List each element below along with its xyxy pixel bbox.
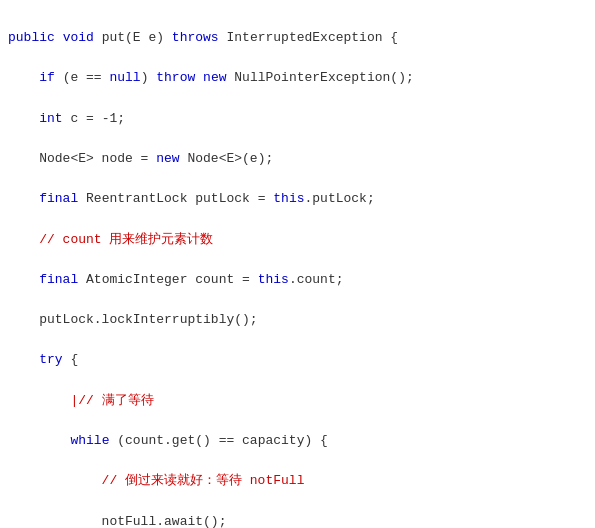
code-container: public void put(E e) throws InterruptedE…: [0, 4, 595, 528]
code-text: // count 用来维护元素计数: [8, 232, 213, 247]
code-text: final ReentrantLock putLock = this.putLo…: [8, 191, 375, 206]
line-1: public void put(E e) throws InterruptedE…: [8, 28, 587, 48]
line-10: |// 满了等待: [8, 391, 587, 411]
line-5: final ReentrantLock putLock = this.putLo…: [8, 189, 587, 209]
line-6: // count 用来维护元素计数: [8, 230, 587, 250]
line-2: if (e == null) throw new NullPointerExce…: [8, 68, 587, 88]
line-12: // 倒过来读就好：等待 notFull: [8, 471, 587, 491]
line-3: int c = -1;: [8, 109, 587, 129]
line-13: notFull.await();: [8, 512, 587, 528]
code-text: while (count.get() == capacity) {: [8, 433, 328, 448]
code-text: try {: [8, 352, 78, 367]
code-text: |// 满了等待: [8, 393, 154, 408]
line-11: while (count.get() == capacity) {: [8, 431, 587, 451]
line-8: putLock.lockInterruptibly();: [8, 310, 587, 330]
line-7: final AtomicInteger count = this.count;: [8, 270, 587, 290]
code-text: final AtomicInteger count = this.count;: [8, 272, 344, 287]
code-text: // 倒过来读就好：等待 notFull: [8, 473, 304, 488]
code-text: if (e == null) throw new NullPointerExce…: [8, 70, 414, 85]
line-9: try {: [8, 350, 587, 370]
code-text: notFull.await();: [8, 514, 226, 528]
line-4: Node<E> node = new Node<E>(e);: [8, 149, 587, 169]
code-text: putLock.lockInterruptibly();: [8, 312, 258, 327]
code-text: public void put(E e) throws InterruptedE…: [8, 30, 398, 45]
code-text: Node<E> node = new Node<E>(e);: [8, 151, 273, 166]
code-text: int c = -1;: [8, 111, 125, 126]
